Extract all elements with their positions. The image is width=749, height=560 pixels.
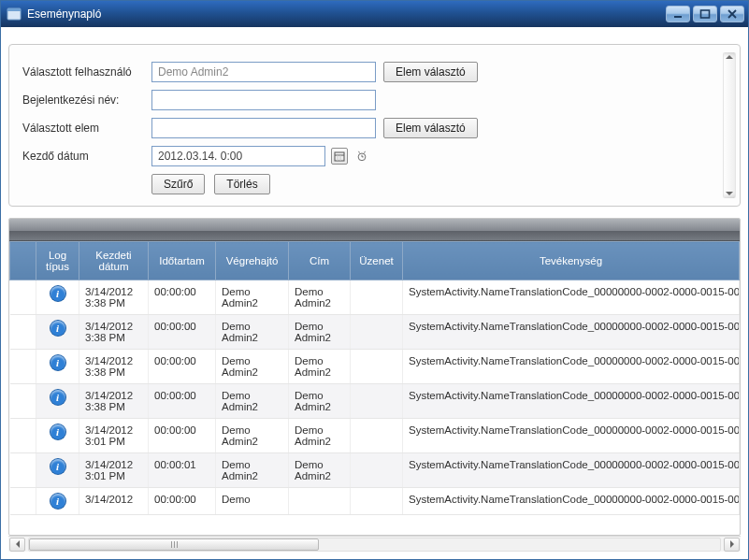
svg-rect-1 <box>7 8 21 11</box>
app-icon <box>7 7 22 22</box>
row-selector[interactable] <box>10 488 36 515</box>
chosen-user-field[interactable] <box>151 62 376 82</box>
window-buttons <box>666 6 744 22</box>
chosen-item-label: Választott elem <box>22 122 144 135</box>
log-type-cell: i <box>36 280 79 315</box>
table-row[interactable]: i3/14/2012 3:38 PM00:00:00Demo Admin2Dem… <box>10 280 740 315</box>
duration-cell: 00:00:01 <box>149 453 216 488</box>
chosen-user-label: Választott felhasználó <box>22 65 144 79</box>
horizontal-scrollbar[interactable] <box>8 536 741 552</box>
executor-cell: Demo Admin2 <box>216 453 289 488</box>
duration-cell: 00:00:00 <box>149 384 216 419</box>
duration-cell: 00:00:00 <box>149 315 216 350</box>
activity-cell: SystemActivity.NameTranslationCode_00000… <box>403 453 740 488</box>
grid-header-row: Log típus Kezdeti dátum Időtartam Végreh… <box>10 242 740 280</box>
title-cell: Demo Admin2 <box>289 384 351 419</box>
col-header-date[interactable]: Kezdeti dátum <box>79 242 149 280</box>
executor-cell: Demo Admin2 <box>216 384 289 419</box>
event-grid: Log típus Kezdeti dátum Időtartam Végreh… <box>8 218 741 536</box>
minimize-button[interactable] <box>666 6 690 22</box>
start-date-label: Kezdő dátum <box>22 150 144 163</box>
close-button[interactable] <box>720 6 744 22</box>
log-type-cell: i <box>36 350 79 384</box>
row-selector[interactable] <box>10 419 36 453</box>
svg-rect-3 <box>701 10 710 18</box>
window-title: Eseménynapló <box>27 7 666 21</box>
maximize-button[interactable] <box>693 6 717 22</box>
scroll-left-button[interactable] <box>9 538 25 552</box>
table-row[interactable]: i3/14/2012 3:01 PM00:00:01Demo Admin2Dem… <box>10 453 740 488</box>
scroll-right-button[interactable] <box>724 538 740 552</box>
log-type-cell: i <box>36 488 79 515</box>
title-cell <box>289 488 351 515</box>
activity-cell: SystemActivity.NameTranslationCode_00000… <box>403 350 740 384</box>
duration-cell: 00:00:00 <box>149 488 216 515</box>
info-icon: i <box>50 459 65 474</box>
message-cell <box>351 384 403 419</box>
row-selector[interactable] <box>10 384 36 419</box>
executor-cell: Demo Admin2 <box>216 315 289 350</box>
col-header-executor[interactable]: Végrehajtó <box>216 242 289 280</box>
grid-body[interactable]: Log típus Kezdeti dátum Időtartam Végreh… <box>9 241 740 535</box>
activity-cell: SystemActivity.NameTranslationCode_00000… <box>403 384 740 419</box>
title-cell: Demo Admin2 <box>289 350 351 384</box>
executor-cell: Demo Admin2 <box>216 350 289 384</box>
date-cell: 3/14/2012 3:38 PM <box>79 350 149 384</box>
clock-icon[interactable] <box>353 148 370 165</box>
scroll-thumb[interactable] <box>29 538 319 551</box>
title-cell: Demo Admin2 <box>289 315 351 350</box>
table-row[interactable]: i3/14/201200:00:00DemoSystemActivity.Nam… <box>10 488 740 515</box>
executor-cell: Demo Admin2 <box>216 280 289 315</box>
start-date-field[interactable] <box>151 146 325 166</box>
table-row[interactable]: i3/14/2012 3:38 PM00:00:00Demo Admin2Dem… <box>10 350 740 384</box>
info-icon: i <box>50 494 65 509</box>
activity-cell: SystemActivity.NameTranslationCode_00000… <box>403 280 740 315</box>
svg-rect-2 <box>674 16 682 18</box>
title-cell: Demo Admin2 <box>289 280 351 315</box>
row-selector[interactable] <box>10 350 36 384</box>
col-header-duration[interactable]: Időtartam <box>149 242 216 280</box>
svg-rect-6 <box>335 152 344 161</box>
date-cell: 3/14/2012 3:01 PM <box>79 453 149 488</box>
activity-cell: SystemActivity.NameTranslationCode_00000… <box>403 419 740 453</box>
row-selector[interactable] <box>10 453 36 488</box>
col-header-title[interactable]: Cím <box>289 242 351 280</box>
login-name-label: Bejelentkezési név: <box>22 93 144 107</box>
message-cell <box>351 280 403 315</box>
grid-group-bar[interactable] <box>9 219 740 241</box>
info-icon: i <box>50 390 65 405</box>
table-row[interactable]: i3/14/2012 3:38 PM00:00:00Demo Admin2Dem… <box>10 384 740 419</box>
title-cell: Demo Admin2 <box>289 419 351 453</box>
user-picker-button[interactable]: Elem választó <box>383 62 478 82</box>
message-cell <box>351 488 403 515</box>
executor-cell: Demo <box>216 488 289 515</box>
row-selector[interactable] <box>10 280 36 315</box>
date-cell: 3/14/2012 3:38 PM <box>79 280 149 315</box>
table-row[interactable]: i3/14/2012 3:38 PM00:00:00Demo Admin2Dem… <box>10 315 740 350</box>
scroll-track[interactable] <box>28 538 721 552</box>
duration-cell: 00:00:00 <box>149 350 216 384</box>
clear-button[interactable]: Törlés <box>214 174 269 194</box>
duration-cell: 00:00:00 <box>149 419 216 453</box>
filter-button[interactable]: Szűrő <box>151 174 205 194</box>
col-header-log[interactable]: Log típus <box>36 242 79 280</box>
table-row[interactable]: i3/14/2012 3:01 PM00:00:00Demo Admin2Dem… <box>10 419 740 453</box>
titlebar: Eseménynapló <box>1 1 748 27</box>
item-picker-button[interactable]: Elem választó <box>383 118 478 138</box>
col-header-activity[interactable]: Tevékenység <box>403 242 740 280</box>
log-type-cell: i <box>36 419 79 453</box>
log-type-cell: i <box>36 384 79 419</box>
panel-scrollbar[interactable] <box>723 52 736 198</box>
row-selector[interactable] <box>10 315 36 350</box>
title-cell: Demo Admin2 <box>289 453 351 488</box>
activity-cell: SystemActivity.NameTranslationCode_00000… <box>403 315 740 350</box>
chosen-item-field[interactable] <box>151 118 376 138</box>
info-icon: i <box>50 424 65 439</box>
log-type-cell: i <box>36 453 79 488</box>
col-header-message[interactable]: Üzenet <box>351 242 403 280</box>
client-area: Választott felhasználó Elem választó Bej… <box>1 27 748 559</box>
calendar-icon[interactable] <box>331 148 348 165</box>
login-name-field[interactable] <box>151 90 376 110</box>
info-icon: i <box>50 355 65 370</box>
log-type-cell: i <box>36 315 79 350</box>
